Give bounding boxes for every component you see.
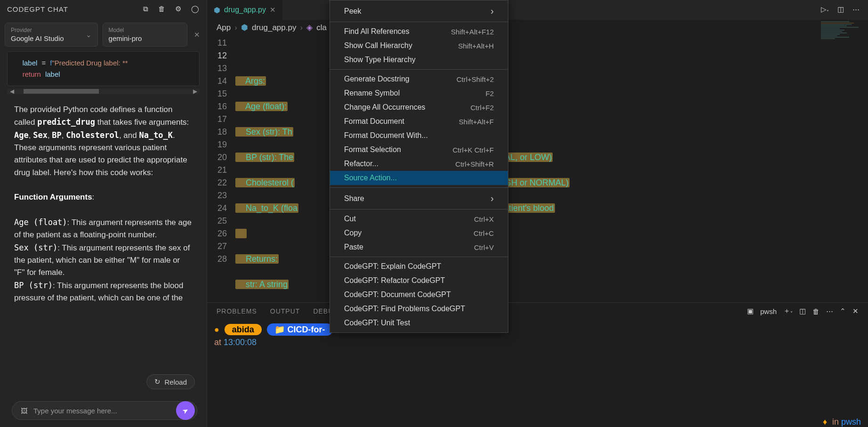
ctx-change-all-occurrences[interactable]: Change All OccurrencesCtrl+F2 bbox=[330, 100, 508, 114]
chat-input[interactable]: 🖼 Type your message here... bbox=[12, 401, 197, 420]
scroll-left-icon[interactable]: ◀ bbox=[7, 88, 16, 95]
image-icon[interactable]: 🖼 bbox=[21, 407, 28, 415]
maximize-icon[interactable]: ⌃ bbox=[840, 307, 846, 315]
ctx-cut[interactable]: CutCtrl+X bbox=[330, 212, 508, 226]
tab-output[interactable]: OUTPUT bbox=[270, 307, 300, 315]
ctx-show-call-hierarchy[interactable]: Show Call HierarchyShift+Alt+H bbox=[330, 39, 508, 53]
split-terminal-icon[interactable]: ◫ bbox=[799, 307, 806, 315]
reload-icon: ↻ bbox=[154, 378, 161, 386]
ctx-refactor[interactable]: Refactor...Ctrl+Shift+R bbox=[330, 157, 508, 171]
chevron-down-icon: ⌄ bbox=[86, 31, 92, 39]
ctx-copy[interactable]: CopyCtrl+C bbox=[330, 226, 508, 240]
tab-problems[interactable]: PROBLEMS bbox=[217, 307, 257, 315]
provider-label: Provider bbox=[11, 27, 92, 33]
split-icon[interactable]: ◫ bbox=[837, 5, 844, 15]
ctx-peek[interactable]: Peek bbox=[330, 3, 508, 19]
ctx-generate-docstring[interactable]: Generate DocstringCtrl+Shift+2 bbox=[330, 72, 508, 86]
minimap[interactable] bbox=[821, 21, 868, 115]
more-icon[interactable]: ⋯ bbox=[852, 5, 860, 15]
codegpt-panel: CODEGPT CHAT ⧉ 🗑 ⚙ ◯ Provider Google AI … bbox=[0, 0, 207, 427]
tab-label: drug_app.py bbox=[224, 6, 266, 14]
scroll-thumb[interactable] bbox=[24, 89, 99, 94]
more-icon[interactable]: ⋯ bbox=[826, 307, 833, 315]
scroll-right-icon[interactable]: ▶ bbox=[190, 88, 200, 95]
ctx-codegpt-unittest[interactable]: CodeGPT: Unit Test bbox=[330, 316, 508, 330]
model-label: Model bbox=[109, 27, 181, 33]
line-gutter: 111213141516171819202122232425262728 bbox=[207, 35, 235, 302]
panel-tabs: PROBLEMS OUTPUT DEBUG bbox=[207, 303, 348, 320]
send-button[interactable]: ➤ bbox=[176, 401, 195, 420]
context-menu: Peek Find All ReferencesShift+Alt+F12 Sh… bbox=[330, 0, 508, 333]
user-icon[interactable]: ◯ bbox=[191, 5, 200, 13]
close-panel-icon[interactable]: ✕ bbox=[852, 307, 859, 315]
ctx-format-document[interactable]: Format DocumentShift+Alt+F bbox=[330, 114, 508, 129]
ctx-format-document-with[interactable]: Format Document With... bbox=[330, 129, 508, 143]
python-icon: ⬢ bbox=[241, 23, 248, 32]
tab-close-icon[interactable]: ✕ bbox=[270, 6, 276, 14]
terminal-body[interactable]: ● abida 📁CICD-for- at 13:00:08 bbox=[207, 320, 868, 351]
ctx-format-selection[interactable]: Format SelectionCtrl+K Ctrl+F bbox=[330, 143, 508, 157]
ctx-codegpt-refactor[interactable]: CodeGPT: Refactor CodeGPT bbox=[330, 274, 508, 288]
panel-title: CODEGPT CHAT bbox=[7, 5, 68, 13]
chat-placeholder: Type your message here... bbox=[33, 407, 117, 415]
provider-value: Google AI Studio bbox=[11, 34, 92, 42]
reload-label: Reload bbox=[164, 378, 187, 386]
model-value: gemini-pro bbox=[109, 34, 181, 42]
ctx-codegpt-document[interactable]: CodeGPT: Document CodeGPT bbox=[330, 288, 508, 302]
gear-icon[interactable]: ⚙ bbox=[175, 5, 182, 13]
run-icon[interactable]: ▷˅ bbox=[821, 5, 829, 15]
ctx-paste[interactable]: PasteCtrl+V bbox=[330, 240, 508, 254]
code-snippet: label = f"Predicted Drug label: ** retur… bbox=[7, 51, 200, 86]
trash-icon[interactable]: 🗑 bbox=[812, 307, 820, 315]
ctx-show-type-hierarchy[interactable]: Show Type Hierarchy bbox=[330, 53, 508, 67]
ctx-share[interactable]: Share bbox=[330, 190, 508, 207]
plus-icon[interactable]: ＋˅ bbox=[783, 306, 793, 316]
trash-icon[interactable]: 🗑 bbox=[158, 5, 166, 13]
code-editor[interactable]: 111213141516171819202122232425262728 Arg… bbox=[207, 35, 868, 302]
ctx-source-action[interactable]: Source Action... bbox=[330, 171, 508, 185]
ctx-find-all-references[interactable]: Find All ReferencesShift+Alt+F12 bbox=[330, 24, 508, 39]
editor-tabs: ⬢ drug_app.py ✕ ▷˅ ◫ ⋯ bbox=[207, 0, 868, 20]
user-badge: abida bbox=[225, 324, 262, 335]
reload-button[interactable]: ↻ Reload bbox=[146, 374, 195, 389]
ctx-codegpt-findproblems[interactable]: CodeGPT: Find Problems CodeGPT bbox=[330, 302, 508, 316]
class-icon: ◈ bbox=[306, 23, 313, 32]
send-icon: ➤ bbox=[181, 405, 190, 416]
ctx-rename-symbol[interactable]: Rename SymbolF2 bbox=[330, 86, 508, 100]
provider-select[interactable]: Provider Google AI Studio ⌄ bbox=[5, 23, 98, 47]
terminal-shell[interactable]: pwsh bbox=[760, 307, 777, 315]
explanation-text: The provided Python code defines a funct… bbox=[0, 94, 207, 374]
ctx-codegpt-explain[interactable]: CodeGPT: Explain CodeGPT bbox=[330, 259, 508, 274]
close-icon[interactable]: ✕ bbox=[192, 31, 202, 39]
terminal-icon[interactable]: ▣ bbox=[747, 307, 754, 315]
snippet-scrollbar[interactable]: ◀ ▶ bbox=[7, 89, 200, 94]
breadcrumb[interactable]: App› ⬢drug_app.py› ◈cla bbox=[207, 20, 868, 35]
model-select[interactable]: Model gemini-pro bbox=[103, 23, 187, 47]
python-icon: ⬢ bbox=[214, 6, 220, 15]
path-badge: 📁CICD-for- bbox=[267, 323, 333, 336]
terminal-right-status: ♦ in pwsh bbox=[823, 417, 861, 427]
tab-drug-app[interactable]: ⬢ drug_app.py ✕ bbox=[207, 0, 282, 20]
clipboard-icon[interactable]: ⧉ bbox=[143, 5, 149, 13]
